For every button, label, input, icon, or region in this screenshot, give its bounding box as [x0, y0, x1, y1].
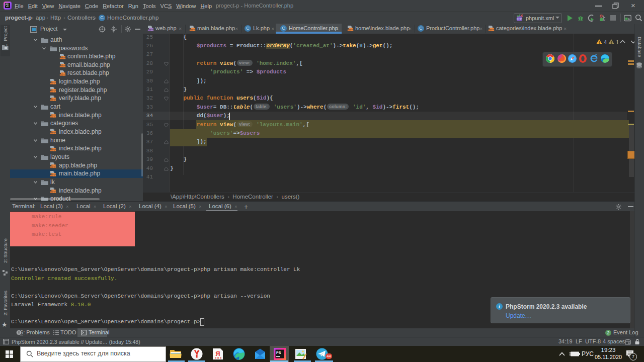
svg-text:PHP: PHP: [517, 18, 522, 21]
svg-text:Я: Я: [215, 350, 220, 357]
svg-text:4: 4: [604, 39, 607, 45]
svg-text:PS: PS: [276, 351, 281, 354]
svg-text:1: 1: [616, 39, 619, 45]
